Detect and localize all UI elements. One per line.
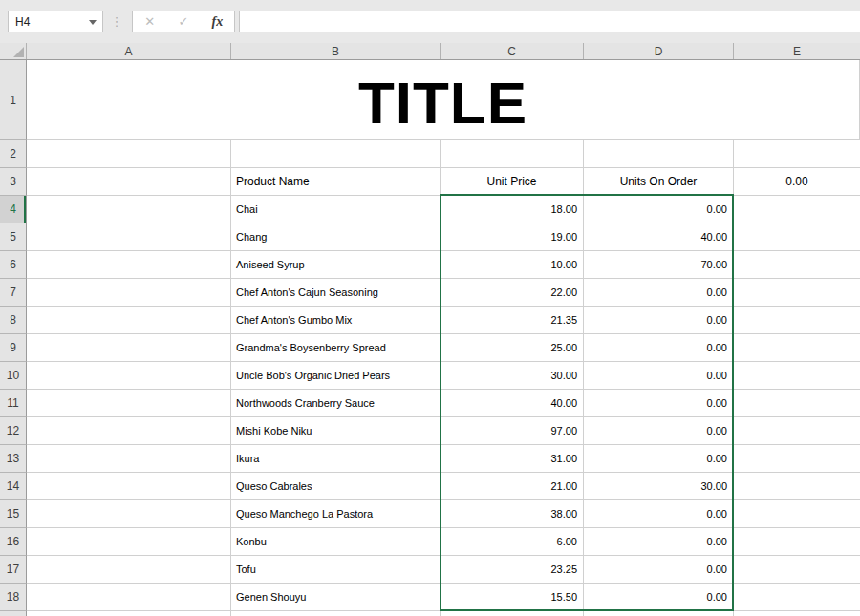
cell-a19[interactable] — [27, 611, 231, 616]
cell-e2[interactable] — [734, 140, 860, 168]
cell-col-e[interactable] — [734, 390, 860, 417]
cell-col-e[interactable] — [734, 473, 860, 500]
cancel-button[interactable]: ✕ — [136, 14, 164, 29]
cell-col-a[interactable] — [27, 417, 231, 445]
cell-product-name[interactable]: Ikura — [231, 445, 441, 473]
header-unit-price[interactable]: Unit Price — [441, 168, 584, 196]
cell-a2[interactable] — [27, 140, 231, 168]
cell-col-e[interactable] — [734, 223, 860, 251]
cell-unit-price[interactable]: 23.25 — [441, 556, 584, 584]
cell-units-on-order[interactable]: 0.00 — [584, 279, 734, 307]
cell-units-on-order[interactable]: 0.00 — [584, 417, 734, 445]
row-header[interactable]: 4 — [0, 196, 27, 223]
cell-unit-price[interactable]: 21.35 — [441, 307, 584, 334]
row-header[interactable]: 17 — [0, 556, 27, 584]
cell-col-e[interactable] — [734, 279, 860, 307]
cell-col-a[interactable] — [27, 362, 231, 390]
cell-product-name[interactable]: Grandma's Boysenberry Spread — [231, 334, 441, 362]
cell-product-name[interactable]: Genen Shouyu — [231, 584, 441, 611]
cell-col-e[interactable] — [734, 196, 860, 223]
cell-product-name[interactable]: Konbu — [231, 528, 441, 556]
cell-product-name[interactable]: Chef Anton's Cajun Seasoning — [231, 279, 441, 307]
column-header-c[interactable]: C — [441, 43, 584, 59]
cell-col-e[interactable] — [734, 362, 860, 390]
cell-units-on-order[interactable]: 0.00 — [584, 307, 734, 334]
cell-col-a[interactable] — [27, 556, 231, 584]
cell-units-on-order[interactable]: 0.00 — [584, 584, 734, 611]
cell-units-on-order[interactable]: 40.00 — [584, 223, 734, 251]
cell-units-on-order[interactable]: 30.00 — [584, 473, 734, 500]
column-header-e[interactable]: E — [734, 43, 860, 59]
cell-col-a[interactable] — [27, 390, 231, 417]
cell-b2[interactable] — [231, 140, 441, 168]
cell-col-a[interactable] — [27, 473, 231, 500]
row-header[interactable]: 10 — [0, 362, 27, 390]
cell-unit-price[interactable]: 97.00 — [441, 417, 584, 445]
header-units-on-order[interactable]: Units On Order — [584, 168, 734, 196]
cell-col-a[interactable] — [27, 500, 231, 528]
cell-d2[interactable] — [584, 140, 734, 168]
cell-units-on-order[interactable]: 0.00 — [584, 500, 734, 528]
cell-b19[interactable] — [231, 611, 441, 616]
row-header[interactable]: 11 — [0, 390, 27, 417]
cell-units-on-order[interactable]: 0.00 — [584, 196, 734, 223]
chevron-down-icon[interactable] — [89, 20, 97, 25]
cell-col-e[interactable] — [734, 334, 860, 362]
cell-unit-price[interactable]: 10.00 — [441, 251, 584, 279]
cell-unit-price[interactable]: 6.00 — [441, 528, 584, 556]
cell-col-e[interactable] — [734, 500, 860, 528]
cell-units-on-order[interactable]: 0.00 — [584, 362, 734, 390]
row-header[interactable]: 5 — [0, 223, 27, 251]
cell-product-name[interactable]: Queso Manchego La Pastora — [231, 500, 441, 528]
cell-unit-price[interactable]: 30.00 — [441, 362, 584, 390]
cell-product-name[interactable]: Northwoods Cranberry Sauce — [231, 390, 441, 417]
cell-col-a[interactable] — [27, 334, 231, 362]
row-header[interactable]: 13 — [0, 445, 27, 473]
row-header[interactable]: 18 — [0, 584, 27, 611]
cell-col-e[interactable] — [734, 528, 860, 556]
cell-product-name[interactable]: Aniseed Syrup — [231, 251, 441, 279]
cell-units-on-order[interactable]: 70.00 — [584, 251, 734, 279]
row-header[interactable]: 6 — [0, 251, 27, 279]
cell-col-e[interactable] — [734, 417, 860, 445]
cell-col-e[interactable] — [734, 307, 860, 334]
cell-c19[interactable] — [441, 611, 584, 616]
cell-col-a[interactable] — [27, 307, 231, 334]
cell-unit-price[interactable]: 31.00 — [441, 445, 584, 473]
cell-unit-price[interactable]: 40.00 — [441, 390, 584, 417]
cell-col-a[interactable] — [27, 528, 231, 556]
cell-unit-price[interactable]: 18.00 — [441, 196, 584, 223]
cell-col-a[interactable] — [27, 279, 231, 307]
name-box[interactable]: H4 — [8, 11, 103, 32]
row-header[interactable]: 12 — [0, 417, 27, 445]
column-header-d[interactable]: D — [584, 43, 734, 59]
cell-product-name[interactable]: Uncle Bob's Organic Dried Pears — [231, 362, 441, 390]
row-header-2[interactable]: 2 — [0, 140, 27, 168]
row-header[interactable]: 15 — [0, 500, 27, 528]
row-header-1[interactable]: 1 — [0, 60, 27, 140]
cell-unit-price[interactable]: 38.00 — [441, 500, 584, 528]
cell-col-e[interactable] — [734, 251, 860, 279]
cell-units-on-order[interactable]: 0.00 — [584, 528, 734, 556]
cell-unit-price[interactable]: 15.50 — [441, 584, 584, 611]
header-product-name[interactable]: Product Name — [231, 168, 441, 196]
column-header-a[interactable]: A — [27, 43, 231, 59]
cell-unit-price[interactable]: 19.00 — [441, 223, 584, 251]
cell-col-a[interactable] — [27, 251, 231, 279]
cell-product-name[interactable]: Chang — [231, 223, 441, 251]
row-header[interactable]: 7 — [0, 279, 27, 307]
row-header[interactable]: 9 — [0, 334, 27, 362]
cell-col-a[interactable] — [27, 445, 231, 473]
cell-col-e[interactable] — [734, 556, 860, 584]
cell-units-on-order[interactable]: 0.00 — [584, 390, 734, 417]
row-header-3[interactable]: 3 — [0, 168, 27, 196]
cell-unit-price[interactable]: 21.00 — [441, 473, 584, 500]
enter-button[interactable]: ✓ — [169, 14, 198, 29]
column-header-b[interactable]: B — [231, 43, 441, 59]
cell-col-e[interactable] — [734, 584, 860, 611]
cell-e19[interactable] — [734, 611, 860, 616]
formula-input[interactable] — [239, 11, 860, 32]
cell-product-name[interactable]: Chef Anton's Gumbo Mix — [231, 307, 441, 334]
cell-d19[interactable] — [584, 611, 734, 616]
cell-col-a[interactable] — [27, 584, 231, 611]
